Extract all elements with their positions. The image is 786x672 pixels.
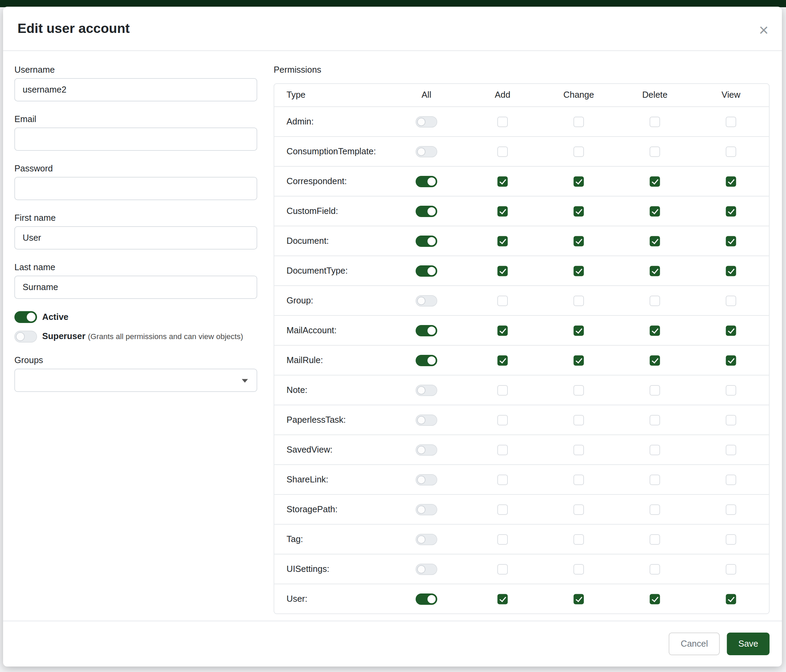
- view-checkbox[interactable]: [726, 325, 736, 336]
- all-toggle[interactable]: [416, 176, 437, 187]
- change-checkbox[interactable]: [574, 176, 584, 187]
- active-toggle[interactable]: [14, 311, 37, 323]
- add-checkbox[interactable]: [498, 504, 508, 515]
- change-checkbox[interactable]: [574, 385, 584, 395]
- add-checkbox[interactable]: [498, 206, 508, 216]
- delete-checkbox[interactable]: [650, 504, 660, 515]
- last-name-field[interactable]: [14, 276, 257, 299]
- delete-checkbox[interactable]: [650, 534, 660, 545]
- cancel-button[interactable]: Cancel: [669, 633, 720, 655]
- delete-checkbox[interactable]: [650, 206, 660, 216]
- change-checkbox[interactable]: [574, 594, 584, 604]
- first-name-group: First name: [14, 213, 257, 250]
- delete-checkbox[interactable]: [650, 594, 660, 604]
- all-toggle[interactable]: [416, 235, 437, 247]
- all-toggle[interactable]: [416, 444, 437, 455]
- view-checkbox[interactable]: [726, 355, 736, 366]
- add-checkbox[interactable]: [498, 415, 508, 425]
- all-toggle[interactable]: [416, 355, 437, 366]
- all-toggle[interactable]: [416, 593, 437, 604]
- all-toggle[interactable]: [416, 384, 437, 396]
- delete-checkbox[interactable]: [650, 236, 660, 246]
- all-toggle[interactable]: [416, 474, 437, 485]
- delete-checkbox[interactable]: [650, 325, 660, 336]
- all-toggle[interactable]: [416, 325, 437, 336]
- view-checkbox[interactable]: [726, 504, 736, 515]
- permission-cell-delete: [617, 445, 693, 455]
- first-name-field[interactable]: [14, 226, 257, 250]
- view-checkbox[interactable]: [726, 116, 736, 127]
- change-checkbox[interactable]: [574, 236, 584, 246]
- add-checkbox[interactable]: [498, 176, 508, 187]
- view-checkbox[interactable]: [726, 266, 736, 276]
- view-checkbox[interactable]: [726, 474, 736, 485]
- change-checkbox[interactable]: [574, 534, 584, 545]
- add-checkbox[interactable]: [498, 266, 508, 276]
- delete-checkbox[interactable]: [650, 415, 660, 425]
- permission-type-label: Group:: [274, 295, 388, 306]
- all-toggle[interactable]: [416, 414, 437, 425]
- add-checkbox[interactable]: [498, 445, 508, 455]
- view-checkbox[interactable]: [726, 534, 736, 545]
- change-checkbox[interactable]: [574, 295, 584, 306]
- all-toggle[interactable]: [416, 504, 437, 515]
- add-checkbox[interactable]: [498, 564, 508, 574]
- email-field[interactable]: [14, 127, 257, 151]
- permission-cell-all: [388, 206, 465, 217]
- save-button[interactable]: Save: [727, 633, 770, 655]
- view-checkbox[interactable]: [726, 236, 736, 246]
- change-checkbox[interactable]: [574, 445, 584, 455]
- change-checkbox[interactable]: [574, 355, 584, 366]
- delete-checkbox[interactable]: [650, 295, 660, 306]
- change-checkbox[interactable]: [574, 146, 584, 157]
- all-toggle[interactable]: [416, 146, 437, 157]
- add-checkbox[interactable]: [498, 116, 508, 127]
- view-checkbox[interactable]: [726, 594, 736, 604]
- add-checkbox[interactable]: [498, 385, 508, 395]
- all-toggle[interactable]: [416, 116, 437, 127]
- all-toggle[interactable]: [416, 563, 437, 575]
- view-checkbox[interactable]: [726, 146, 736, 157]
- password-field[interactable]: [14, 177, 257, 200]
- delete-checkbox[interactable]: [650, 355, 660, 366]
- delete-checkbox[interactable]: [650, 385, 660, 395]
- all-toggle[interactable]: [416, 265, 437, 276]
- view-checkbox[interactable]: [726, 415, 736, 425]
- delete-checkbox[interactable]: [650, 564, 660, 574]
- delete-checkbox[interactable]: [650, 474, 660, 485]
- close-icon[interactable]: ×: [759, 22, 769, 38]
- all-toggle[interactable]: [416, 295, 437, 306]
- view-checkbox[interactable]: [726, 295, 736, 306]
- all-toggle[interactable]: [416, 206, 437, 217]
- change-checkbox[interactable]: [574, 564, 584, 574]
- delete-checkbox[interactable]: [650, 266, 660, 276]
- view-checkbox[interactable]: [726, 564, 736, 574]
- add-checkbox[interactable]: [498, 474, 508, 485]
- delete-checkbox[interactable]: [650, 176, 660, 187]
- superuser-toggle[interactable]: [14, 331, 37, 343]
- change-checkbox[interactable]: [574, 415, 584, 425]
- change-checkbox[interactable]: [574, 325, 584, 336]
- add-checkbox[interactable]: [498, 295, 508, 306]
- delete-checkbox[interactable]: [650, 445, 660, 455]
- delete-checkbox[interactable]: [650, 116, 660, 127]
- add-checkbox[interactable]: [498, 146, 508, 157]
- add-checkbox[interactable]: [498, 594, 508, 604]
- add-checkbox[interactable]: [498, 534, 508, 545]
- view-checkbox[interactable]: [726, 176, 736, 187]
- add-checkbox[interactable]: [498, 355, 508, 366]
- username-input[interactable]: [14, 78, 257, 102]
- groups-select[interactable]: [14, 369, 257, 392]
- add-checkbox[interactable]: [498, 236, 508, 246]
- view-checkbox[interactable]: [726, 385, 736, 395]
- change-checkbox[interactable]: [574, 116, 584, 127]
- change-checkbox[interactable]: [574, 474, 584, 485]
- change-checkbox[interactable]: [574, 504, 584, 515]
- add-checkbox[interactable]: [498, 325, 508, 336]
- delete-checkbox[interactable]: [650, 146, 660, 157]
- view-checkbox[interactable]: [726, 445, 736, 455]
- all-toggle[interactable]: [416, 534, 437, 545]
- change-checkbox[interactable]: [574, 206, 584, 216]
- view-checkbox[interactable]: [726, 206, 736, 216]
- change-checkbox[interactable]: [574, 266, 584, 276]
